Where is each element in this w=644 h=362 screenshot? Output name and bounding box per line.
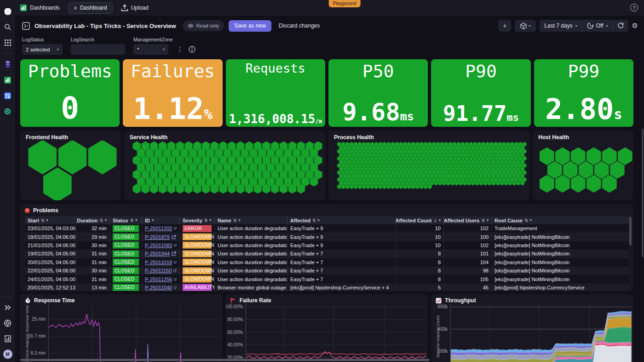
hexagon-tile[interactable]	[408, 185, 411, 189]
hexagon-tile[interactable]	[424, 149, 427, 153]
hexagon-tile[interactable]	[523, 170, 526, 175]
hexagon-tile[interactable]	[263, 170, 270, 179]
hexagon-tile[interactable]	[387, 170, 391, 175]
hexagon-tile[interactable]	[448, 177, 452, 181]
auto-refresh-selector[interactable]: Off ▾	[582, 20, 613, 32]
hexagon-tile[interactable]	[469, 156, 473, 160]
hexagon-tile[interactable]	[477, 142, 481, 146]
hexagon-tile[interactable]	[352, 146, 356, 150]
hexagon-tile[interactable]	[432, 177, 436, 181]
hexagon-tile[interactable]	[241, 149, 248, 158]
hexagon-tile[interactable]	[521, 160, 524, 164]
hexagon-tile[interactable]	[504, 181, 508, 185]
hexagon-tile[interactable]	[482, 170, 485, 175]
hexagon-tile[interactable]	[193, 170, 201, 179]
hexagon-tile[interactable]	[137, 163, 144, 172]
hexagon-tile[interactable]	[288, 170, 296, 179]
hexagon-tile[interactable]	[370, 156, 374, 160]
hexagon-tile[interactable]	[387, 149, 391, 153]
hexagon-tile[interactable]	[498, 156, 502, 160]
hexagon-tile[interactable]	[459, 167, 463, 171]
hexagon-tile[interactable]	[430, 153, 434, 157]
column-header-start[interactable]: Start⇅▾	[25, 216, 77, 224]
hexagon-tile[interactable]	[440, 177, 444, 181]
hexagon-tile[interactable]	[370, 185, 374, 189]
hexagon-tile[interactable]	[486, 149, 489, 153]
hexagon-tile[interactable]	[348, 146, 351, 150]
hexagon-tile[interactable]	[508, 167, 512, 171]
hexagon-tile[interactable]	[477, 177, 481, 181]
hexagon-tile[interactable]	[420, 156, 423, 160]
hexagon-tile[interactable]	[467, 174, 471, 178]
hexagon-tile[interactable]	[471, 174, 475, 178]
hexagon-tile[interactable]	[479, 167, 483, 171]
external-link-icon[interactable]	[174, 285, 177, 290]
hexagon-tile[interactable]	[368, 146, 372, 150]
hexagon-tile[interactable]	[254, 170, 261, 179]
hexagon-tile[interactable]	[341, 185, 345, 189]
hexagon-tile[interactable]	[337, 170, 341, 175]
insights-icon[interactable]	[2, 333, 14, 345]
hexagon-tile[interactable]	[271, 156, 278, 164]
hexagon-tile[interactable]	[172, 149, 179, 158]
hexagon-tile[interactable]	[354, 170, 357, 175]
hexagon-tile[interactable]	[461, 164, 465, 168]
hexagon-tile[interactable]	[254, 156, 261, 164]
hexagon-tile[interactable]	[467, 153, 471, 157]
hexagon-tile[interactable]	[150, 170, 157, 179]
hexagon-tile[interactable]	[401, 160, 405, 164]
hexagon-tile[interactable]	[504, 160, 508, 164]
hexagon-tile[interactable]	[540, 148, 554, 164]
hexagon-tile[interactable]	[424, 177, 427, 181]
hexagon-tile[interactable]	[455, 146, 459, 150]
hexagon-tile[interactable]	[362, 156, 366, 160]
hexagon-tile[interactable]	[379, 170, 382, 175]
hexagon-tile[interactable]	[496, 167, 500, 171]
hexagon-tile[interactable]	[477, 164, 481, 168]
hexagon-tile[interactable]	[172, 177, 179, 186]
hexagon-tile[interactable]	[389, 174, 392, 178]
hexagon-tile[interactable]	[228, 184, 235, 193]
hexagon-tile[interactable]	[448, 149, 452, 153]
hexagon-tile[interactable]	[409, 167, 413, 171]
hexagon-tile[interactable]	[401, 167, 405, 171]
hexagon-tile[interactable]	[202, 141, 209, 150]
hexagon-tile[interactable]	[344, 146, 347, 150]
hexagon-tile[interactable]	[447, 174, 450, 178]
hexagon-tile[interactable]	[345, 164, 349, 168]
hexagon-tile[interactable]	[498, 149, 502, 153]
hexagon-tile[interactable]	[453, 149, 456, 153]
hexagon-tile[interactable]	[432, 164, 436, 168]
hexagon-tile[interactable]	[440, 149, 444, 153]
hexagon-tile[interactable]	[385, 181, 388, 185]
hexagon-tile[interactable]	[379, 156, 382, 160]
hexagon-tile[interactable]	[444, 170, 448, 175]
hexagon-tile[interactable]	[436, 149, 440, 153]
hexagon-tile[interactable]	[418, 167, 421, 171]
hexagon-tile[interactable]	[368, 174, 372, 178]
external-link-icon[interactable]	[172, 235, 176, 239]
hexagon-tile[interactable]	[142, 156, 149, 164]
hexagon-tile[interactable]	[389, 181, 392, 185]
hexagon-tile[interactable]	[517, 174, 520, 178]
hexagon-tile[interactable]	[306, 156, 313, 164]
hexagon-tile[interactable]	[443, 146, 446, 150]
hexagon-tile[interactable]	[428, 177, 431, 181]
hexagon-tile[interactable]	[276, 177, 283, 186]
hexagon-tile[interactable]	[473, 142, 477, 146]
hexagon-tile[interactable]	[416, 149, 420, 153]
hexagon-tile[interactable]	[360, 146, 364, 150]
hexagon-tile[interactable]	[490, 177, 494, 181]
hexagon-tile[interactable]	[348, 167, 351, 171]
column-header-severity[interactable]: Severity⇅▾	[180, 216, 215, 224]
hexagon-tile[interactable]	[483, 153, 487, 157]
hexagon-tile[interactable]	[457, 170, 460, 175]
hexagon-tile[interactable]	[465, 164, 469, 168]
hexagon-tile[interactable]	[502, 156, 506, 160]
hexagon-tile[interactable]	[506, 149, 510, 153]
hexagon-tile[interactable]	[189, 177, 196, 186]
hexagon-tile[interactable]	[432, 149, 436, 153]
hexagon-tile[interactable]	[366, 142, 370, 146]
hexagon-tile[interactable]	[350, 170, 353, 175]
hexagon-tile[interactable]	[494, 164, 498, 168]
